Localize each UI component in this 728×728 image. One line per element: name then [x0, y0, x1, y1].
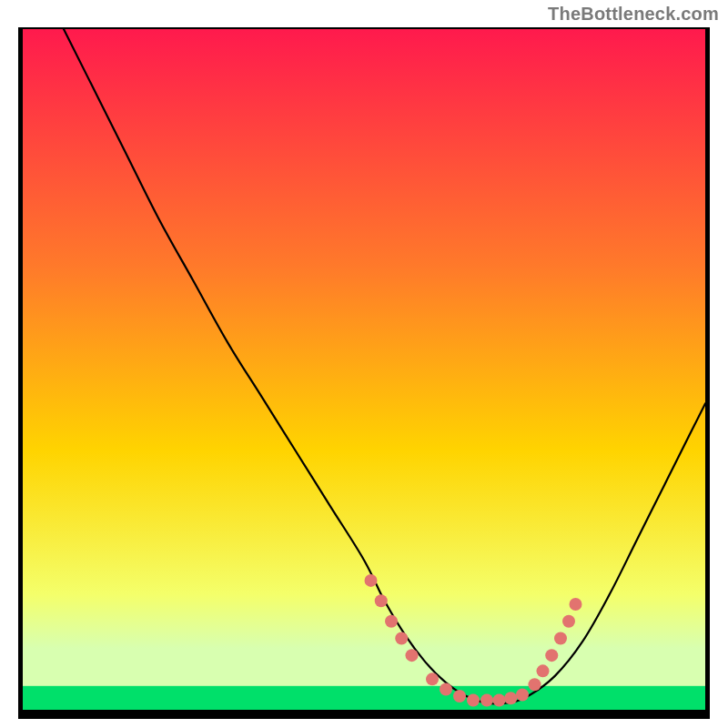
- sweet-spot-dot: [406, 649, 419, 662]
- chart-inner: [18, 27, 710, 719]
- sweet-spot-dot: [493, 694, 506, 707]
- sweet-spot-dot: [440, 683, 452, 696]
- chart-frame: [18, 27, 710, 719]
- sweet-spot-dot: [537, 664, 550, 677]
- sweet-spot-dot: [504, 692, 517, 704]
- sweet-spot-dot: [395, 632, 408, 644]
- sweet-spot-dot: [365, 574, 378, 587]
- sweet-spot-dot: [453, 690, 466, 703]
- sweet-spot-dot: [375, 594, 388, 607]
- sweet-spot-dot: [545, 649, 558, 662]
- sweet-spot-dot: [554, 632, 567, 644]
- sweet-spot-dot: [426, 672, 439, 685]
- sweet-spot-dot: [385, 615, 398, 628]
- attribution-text: TheBottleneck.com: [548, 4, 719, 25]
- sweet-spot-dot: [467, 694, 480, 707]
- sweet-spot-dots: [18, 27, 710, 719]
- sweet-spot-dot: [570, 598, 582, 611]
- sweet-spot-dot: [516, 689, 529, 702]
- sweet-spot-dot: [562, 615, 575, 628]
- sweet-spot-dot: [529, 678, 541, 691]
- sweet-spot-dot: [480, 694, 493, 707]
